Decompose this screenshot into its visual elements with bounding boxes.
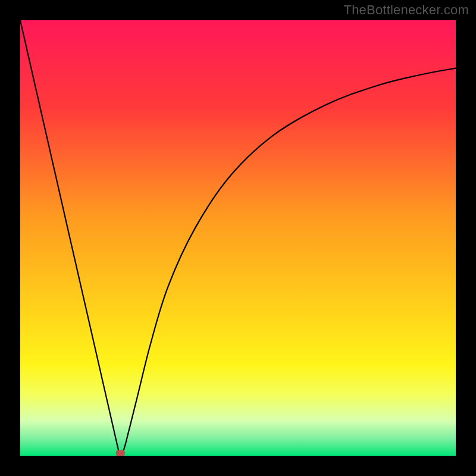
optimum-marker (116, 450, 125, 456)
chart-frame: TheBottlenecker.com (0, 0, 476, 476)
chart-svg (20, 20, 456, 456)
attribution-label: TheBottlenecker.com (344, 2, 469, 18)
gradient-background (20, 20, 456, 456)
plot-area (20, 20, 456, 456)
